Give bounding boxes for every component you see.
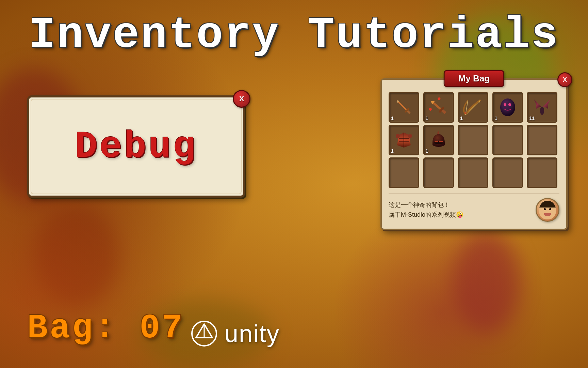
inventory-slot-11[interactable]	[423, 157, 454, 188]
svg-point-23	[508, 103, 511, 106]
unity-logo-icon	[191, 320, 218, 347]
inventory-slot-13[interactable]	[492, 157, 523, 188]
avatar-face	[537, 199, 558, 221]
face-mouth	[544, 213, 551, 216]
item-count-0: 1	[391, 116, 394, 121]
svg-point-15	[437, 97, 441, 101]
bag-panel: My Bag X	[380, 78, 568, 230]
unity-text-label: unity	[225, 320, 280, 348]
item-icon-wing	[532, 97, 552, 118]
bag-counter-label: Bag: 07	[27, 309, 184, 348]
inventory-slot-14[interactable]	[527, 157, 557, 188]
debug-close-button[interactable]: X	[233, 90, 250, 108]
svg-point-14	[428, 107, 432, 111]
inventory-slot-3[interactable]: 1	[492, 92, 523, 123]
svg-point-24	[540, 107, 544, 115]
item-count-3: 1	[495, 116, 497, 121]
svg-point-22	[504, 103, 506, 106]
inventory-slot-7[interactable]	[458, 125, 488, 155]
unity-branding: unity	[191, 320, 280, 348]
item-count-4: 11	[529, 116, 535, 121]
item-icon-dark	[497, 97, 518, 118]
item-count-1: 1	[426, 116, 428, 121]
item-count-6: 1	[426, 148, 428, 154]
item-icon-bow	[463, 97, 483, 118]
inventory-slot-6[interactable]: 1	[423, 125, 454, 155]
main-title: Inventory Tutorials	[0, 10, 588, 60]
debug-label: Debug	[75, 125, 197, 168]
inventory-slot-2[interactable]: 1	[458, 92, 488, 123]
inventory-slot-4[interactable]: 11	[527, 92, 557, 123]
item-icon-sword1	[394, 97, 414, 118]
inventory-slot-0[interactable]: 1	[389, 92, 419, 123]
desc-line-2: 属于M-Studio的系列视频🤪	[389, 210, 463, 220]
inventory-slot-5[interactable]: 1	[389, 125, 419, 155]
bag-description-area: 这是一个神奇的背包！ 属于M-Studio的系列视频🤪	[389, 194, 559, 222]
inventory-grid: 1 1	[389, 92, 559, 188]
debug-panel: Debug X	[27, 95, 245, 198]
face-hair	[539, 201, 556, 208]
face-eyes	[544, 208, 551, 210]
item-count-2: 1	[460, 116, 463, 121]
item-icon-sword2	[428, 97, 449, 118]
item-icon-armor	[394, 130, 414, 150]
inventory-slot-1[interactable]: 1	[423, 92, 454, 123]
svg-point-25	[396, 134, 400, 138]
user-avatar	[536, 198, 559, 222]
bag-description-text: 这是一个神奇的背包！ 属于M-Studio的系列视频🤪	[389, 200, 463, 220]
desc-line-1: 这是一个神奇的背包！	[389, 200, 463, 210]
item-count-5: 1	[391, 148, 394, 154]
svg-rect-4	[397, 101, 407, 111]
bag-panel-title: My Bag	[444, 70, 504, 87]
svg-point-26	[408, 134, 412, 138]
item-icon-helmet	[428, 130, 449, 150]
eye-right	[549, 208, 551, 210]
inventory-slot-12[interactable]	[458, 157, 488, 188]
inventory-slot-10[interactable]	[389, 157, 419, 188]
inventory-slot-8[interactable]	[492, 125, 523, 155]
content-layer: Inventory Tutorials Debug X Bag: 07 unit…	[0, 0, 588, 368]
eye-left	[544, 208, 546, 210]
inventory-slot-9[interactable]	[527, 125, 557, 155]
bag-close-button[interactable]: X	[557, 72, 572, 87]
face-skin	[539, 201, 556, 219]
